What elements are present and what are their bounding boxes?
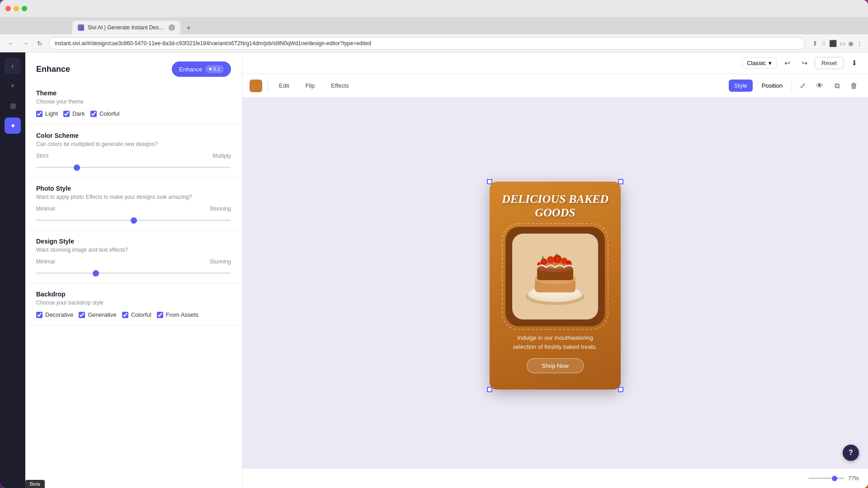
effects-button[interactable]: Effects (326, 80, 354, 92)
layers-button[interactable]: ⊞ (5, 98, 21, 114)
enhance-version-badge: ♥ 0.1 (205, 65, 224, 73)
card-title-line2: GOODS (535, 206, 576, 219)
browser-window: Sivi AI | Generate Instant Des... × + ← … (0, 0, 868, 488)
screen-icon[interactable]: ▭ (840, 40, 845, 47)
design-style-subtitle: Want stunning image and text effects? (36, 247, 231, 253)
edit-button[interactable]: Edit (274, 80, 294, 92)
tab-favicon (78, 24, 84, 31)
color-scheme-slider[interactable] (36, 167, 231, 168)
beta-badge: Beta (25, 480, 45, 488)
profile-icon[interactable]: ◉ (848, 40, 854, 47)
collapse-sidebar-button[interactable]: ‹ (5, 58, 21, 74)
backdrop-from-assets-option[interactable]: From Assets (157, 311, 198, 318)
photo-stunning-label: Stunning (210, 206, 231, 212)
delete-icon[interactable]: 🗑 (847, 79, 861, 93)
backdrop-generative-option[interactable]: Generative (79, 311, 117, 318)
toolbar-right: Style Position ⤢ 👁 ⧉ 🗑 (729, 79, 861, 93)
design-stunning-label: Stunning (210, 258, 231, 265)
resize-handle-tr[interactable] (618, 179, 623, 184)
refresh-button[interactable]: ↻ (34, 38, 45, 49)
flip-button[interactable]: Flip (300, 80, 320, 92)
menu-icon[interactable]: ⋮ (856, 40, 863, 47)
title-bar (0, 0, 868, 17)
active-tab[interactable]: Sivi AI | Generate Instant Des... × (72, 21, 180, 34)
photo-style-slider[interactable] (36, 220, 231, 221)
url-text: instant.sivi.ai/#/design/cae3c860-5470-1… (55, 40, 371, 47)
theme-light-option[interactable]: Light (36, 110, 58, 117)
back-button[interactable]: ← (5, 38, 16, 49)
redo-button[interactable]: ↪ (797, 56, 811, 70)
backdrop-from-assets-checkbox[interactable] (157, 312, 163, 318)
copy-icon[interactable]: ⧉ (830, 79, 844, 93)
enhance-action-button[interactable]: Enhance ♥ 0.1 (172, 61, 231, 77)
share-icon[interactable]: ⬆ (812, 40, 818, 47)
classic-dropdown[interactable]: Classic ▾ (742, 57, 777, 69)
design-style-title: Design Style (36, 238, 231, 245)
backdrop-title: Backdrop (36, 291, 231, 298)
design-card[interactable]: DELICIOUS BAKED GOODS (490, 182, 621, 389)
classic-label: Classic (747, 60, 766, 66)
toolbar-divider-2 (792, 80, 792, 91)
backdrop-subtitle: Choose your backdrop style (36, 300, 231, 306)
url-input[interactable]: instant.sivi.ai/#/design/cae3c860-5470-1… (49, 37, 805, 50)
backdrop-decorative-checkbox[interactable] (36, 312, 42, 318)
theme-dark-option[interactable]: Dark (63, 110, 85, 117)
minimize-button[interactable] (14, 6, 19, 11)
decorative-frame (505, 227, 605, 326)
new-tab-button[interactable]: + (182, 22, 195, 34)
left-sidebar: ‹ + ⊞ ✦ (0, 52, 25, 488)
backdrop-section: Backdrop Choose your backdrop style Deco… (25, 283, 242, 326)
top-toolbar: Edit Flip Effects Style Position ⤢ 👁 ⧉ 🗑 (242, 74, 868, 98)
style-tab[interactable]: Style (729, 80, 753, 92)
chevron-down-icon: ▾ (769, 60, 772, 66)
photo-style-title: Photo Style (36, 185, 231, 192)
panel-title: Enhance (36, 65, 70, 74)
bottom-bar: 77% (242, 468, 868, 488)
photo-style-labels: Minimal Stunning (36, 206, 231, 212)
card-title-line1: DELICIOUS BAKED (502, 192, 609, 206)
color-swatch[interactable] (250, 80, 262, 92)
backdrop-colorful-checkbox[interactable] (122, 312, 128, 318)
card-title: DELICIOUS BAKED GOODS (502, 192, 609, 220)
theme-dark-checkbox[interactable] (63, 111, 70, 117)
reset-button[interactable]: Reset (815, 57, 844, 69)
address-bar: ← → ↻ instant.sivi.ai/#/design/cae3c860-… (0, 34, 868, 52)
traffic-lights (5, 6, 27, 11)
canvas[interactable]: DELICIOUS BAKED GOODS (242, 98, 868, 468)
resize-handle-br[interactable] (618, 387, 623, 392)
backdrop-generative-checkbox[interactable] (79, 312, 85, 318)
color-scheme-slider-container: Strict Multiply (36, 153, 231, 170)
theme-colorful-option[interactable]: Colorful (90, 110, 120, 117)
theme-colorful-checkbox[interactable] (90, 111, 97, 117)
download-button[interactable]: ⬇ (847, 56, 861, 70)
fullscreen-icon[interactable]: ⤢ (796, 79, 809, 93)
help-button[interactable]: ? (843, 445, 859, 461)
forward-button[interactable]: → (20, 38, 31, 49)
design-style-slider[interactable] (36, 272, 231, 274)
enhance-button[interactable]: ✦ (5, 117, 21, 134)
zoom-slider[interactable] (808, 478, 844, 479)
extension-icon[interactable]: ⬛ (829, 40, 837, 47)
theme-options: Light Dark Colorful (36, 110, 231, 117)
tab-close-button[interactable]: × (169, 24, 175, 31)
add-element-button[interactable]: + (5, 78, 21, 94)
theme-light-checkbox[interactable] (36, 111, 42, 117)
undo-button[interactable]: ↩ (780, 56, 794, 70)
zoom-label: 77% (848, 475, 859, 482)
resize-handle-bl[interactable] (487, 387, 492, 392)
panel-header: Enhance Enhance ♥ 0.1 (25, 52, 242, 82)
visibility-icon[interactable]: 👁 (813, 79, 826, 93)
resize-handle-tl[interactable] (487, 179, 492, 184)
backdrop-colorful-label: Colorful (131, 311, 151, 318)
shop-now-button[interactable]: Shop Now (527, 358, 584, 373)
backdrop-colorful-option[interactable]: Colorful (122, 311, 151, 318)
close-button[interactable] (5, 6, 11, 11)
maximize-button[interactable] (22, 6, 27, 11)
bookmark-icon[interactable]: ☆ (821, 40, 826, 47)
design-style-slider-container: Minimal Stunning (36, 258, 231, 276)
position-tab[interactable]: Position (756, 80, 788, 92)
backdrop-from-assets-label: From Assets (166, 311, 198, 318)
backdrop-decorative-option[interactable]: Decorative (36, 311, 73, 318)
canvas-wrapper: DELICIOUS BAKED GOODS (490, 176, 621, 389)
color-scheme-labels: Strict Multiply (36, 153, 231, 159)
